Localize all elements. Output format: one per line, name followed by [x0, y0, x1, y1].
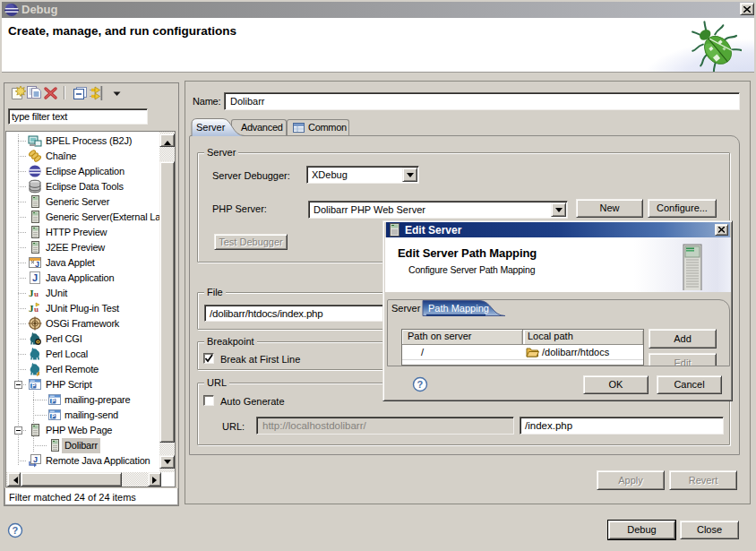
- svg-text:J: J: [32, 272, 38, 283]
- svg-text:?: ?: [417, 379, 424, 390]
- svg-text:J: J: [33, 455, 38, 464]
- svg-text:J: J: [35, 260, 39, 269]
- svg-text:?: ?: [13, 525, 19, 536]
- svg-text:u: u: [34, 289, 39, 298]
